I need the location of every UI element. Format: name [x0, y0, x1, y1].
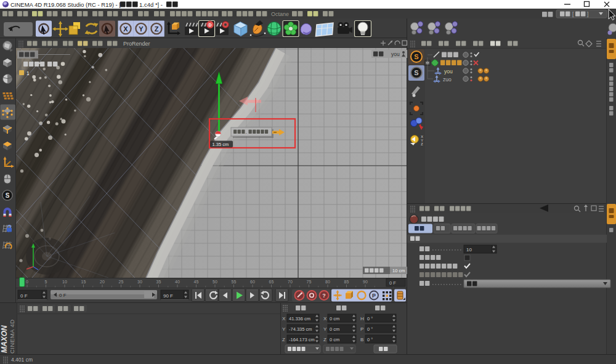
svg-text:Octane: Octane — [271, 11, 289, 17]
svg-text:H: H — [360, 316, 364, 322]
svg-text:Y: Y — [282, 326, 286, 332]
svg-text:Y: Y — [323, 326, 327, 332]
svg-text:Z: Z — [323, 337, 326, 342]
svg-text:S: S — [6, 192, 10, 199]
svg-text:0 F: 0 F — [20, 293, 28, 299]
svg-text:10: 10 — [62, 280, 67, 284]
svg-text:X: X — [123, 25, 128, 33]
svg-text:Y: Y — [139, 25, 144, 33]
svg-text:90: 90 — [363, 280, 368, 284]
svg-text:Z: Z — [282, 337, 285, 342]
svg-text:-164.173 cm: -164.173 cm — [289, 337, 315, 342]
svg-text:Z: Z — [155, 25, 159, 33]
svg-text:40: 40 — [175, 280, 180, 284]
svg-text:you: you — [444, 68, 453, 75]
svg-text:CINEMA 4D R19.068 Studio (RC -: CINEMA 4D R19.068 Studio (RC - R19) - [ — [10, 1, 121, 8]
svg-text:0 cm: 0 cm — [330, 316, 339, 322]
svg-text:55: 55 — [232, 280, 237, 284]
svg-text:4.401 cm: 4.401 cm — [11, 357, 33, 363]
svg-text:0 °: 0 ° — [367, 337, 373, 342]
svg-text:0 cm: 0 cm — [330, 326, 339, 332]
svg-text:0: 0 — [26, 280, 28, 284]
svg-text:P: P — [372, 293, 376, 299]
svg-text:ProRender: ProRender — [123, 41, 150, 47]
svg-text:10 cm: 10 cm — [392, 268, 405, 273]
svg-text:80: 80 — [325, 280, 330, 284]
svg-text:50: 50 — [213, 280, 217, 284]
svg-text:0 F: 0 F — [389, 280, 396, 286]
svg-text:X: X — [282, 316, 286, 322]
svg-text:-74.335 cm: -74.335 cm — [289, 326, 312, 332]
svg-text:0 cm: 0 cm — [330, 337, 339, 342]
svg-text:P: P — [360, 326, 363, 332]
svg-text:1.35 cm: 1.35 cm — [213, 142, 229, 147]
svg-text:60: 60 — [250, 280, 255, 284]
svg-text:D: D — [208, 23, 211, 27]
svg-text:15: 15 — [81, 280, 86, 284]
svg-text:1: 1 — [26, 70, 30, 76]
svg-text:85: 85 — [344, 280, 349, 284]
svg-text:]: ] — [587, 11, 588, 17]
svg-text:1.c4d *] -: 1.c4d *] - — [139, 1, 163, 8]
svg-text:75: 75 — [307, 280, 312, 284]
svg-text:65: 65 — [269, 280, 274, 284]
svg-text:zuo: zuo — [443, 76, 452, 83]
svg-text:41.336 cm: 41.336 cm — [289, 316, 310, 322]
svg-text:CINEMA 4D: CINEMA 4D — [9, 319, 15, 354]
svg-text:30: 30 — [137, 280, 142, 284]
svg-text:X: X — [323, 316, 327, 322]
svg-text:5: 5 — [45, 280, 47, 284]
svg-text:0 F: 0 F — [59, 293, 67, 298]
svg-text:?: ? — [322, 293, 326, 299]
svg-text:MAXON: MAXON — [0, 325, 9, 353]
svg-text:S: S — [414, 69, 418, 76]
svg-text:35: 35 — [156, 280, 161, 284]
svg-text:90 F: 90 F — [163, 293, 173, 299]
svg-text:45: 45 — [194, 280, 199, 284]
svg-text:B: B — [360, 337, 363, 342]
svg-text:S: S — [414, 53, 418, 60]
svg-text:25: 25 — [119, 280, 124, 284]
svg-text:0 °: 0 ° — [367, 326, 373, 332]
svg-text:70: 70 — [288, 280, 293, 284]
svg-text:you: you — [391, 51, 400, 57]
svg-text:10: 10 — [466, 247, 472, 253]
svg-text:0 °: 0 ° — [367, 316, 373, 322]
svg-text:20: 20 — [100, 280, 105, 284]
